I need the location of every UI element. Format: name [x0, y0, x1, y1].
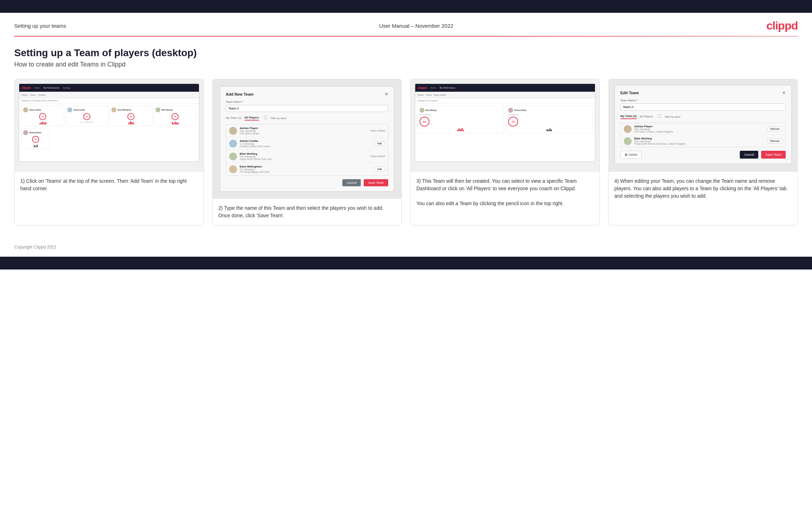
bar [462, 128, 463, 131]
edit-team-name-input[interactable] [621, 103, 786, 111]
modal-title: Add New Team [226, 92, 254, 96]
edit-tab-my-team[interactable]: My Team (2) [621, 114, 637, 119]
edit-player-list: Adrian Player Plus Handicap The Shire Lo… [621, 123, 786, 147]
card-1-logo: clippd [21, 86, 31, 90]
card-1-name-4: Blair McHarg [162, 109, 173, 111]
edit-player-sub1-1: Plus Handicap [634, 128, 765, 130]
edit-modal-tabs: My Team (2) All Players Filter by name [621, 113, 786, 120]
card-3: clippd Home My Performance Players Teams… [410, 79, 600, 225]
edit-player-info-2: Blair McHarg Plus Handicap Royal North D… [634, 137, 765, 145]
copyright-text: Copyright Clippd 2021 [14, 245, 57, 250]
edit-remove-btn-1[interactable]: Remove [768, 127, 782, 131]
edit-player-name-2: Blair McHarg [634, 137, 765, 140]
edit-avatar-1 [624, 125, 632, 133]
modal-player-info-4: Dave Billingham 5.9 Handicap The Dog Wag… [240, 165, 371, 173]
edit-player-item-1: Adrian Player Plus Handicap The Shire Lo… [621, 123, 786, 135]
card-3-nav-home: Home [431, 87, 436, 89]
bar [547, 129, 548, 131]
header-center-text: User Manual – November 2022 [379, 23, 453, 29]
modal-player-sub2-3: Royal North Devon Golf Club [240, 158, 368, 160]
modal-team-name-input[interactable] [226, 105, 389, 112]
card-1-sub-nav-players: Players [21, 94, 28, 96]
edit-tab-all-players[interactable]: All Players [639, 115, 653, 119]
edit-remove-btn-2[interactable]: Remove [768, 139, 782, 143]
bar [463, 130, 464, 131]
bar [459, 128, 460, 131]
bar [37, 145, 38, 147]
card-3-bars-2 [508, 128, 590, 131]
modal-player-name-3: Blair McHarg [240, 152, 368, 155]
modal-player-item-4: Dave Billingham 5.9 Handicap The Dog Wag… [226, 163, 388, 175]
edit-cancel-button[interactable]: Cancel [740, 151, 758, 159]
card-1-player-2: Adrian Coliba 0 Not enough data [65, 106, 108, 126]
modal-avatar-3 [229, 153, 237, 160]
edit-modal-header: Edit Team ✕ [621, 90, 786, 95]
card-1-player-4: Blair McHarg 78 [154, 106, 196, 126]
card-1-nav-home: Home [35, 87, 40, 89]
card-2: Add New Team ✕ Team Name * My Team (2) A… [212, 79, 402, 225]
clippd-logo: clippd [766, 19, 798, 32]
edit-player-sub2-1: The Shire London, United Kingdom [634, 130, 765, 133]
modal-player-sub1-1: Plus Handicap [240, 130, 368, 132]
card-1-nav-settings: Settings [63, 87, 71, 89]
card-1-score-3: 94 [127, 113, 135, 120]
bar [551, 129, 552, 131]
modal-avatar-2 [229, 140, 237, 148]
modal-add-btn-2[interactable]: Add [374, 141, 385, 146]
modal-player-sub1-4: 5.9 Handicap [240, 168, 371, 171]
card-1-player-1: Adrian Collins 84 [21, 106, 64, 126]
edit-filter-name-checkbox[interactable] [658, 114, 661, 118]
bar [35, 146, 36, 147]
card-3-score-2: 72 [508, 117, 518, 127]
card-1-name-3: Dave Billingham [117, 109, 131, 111]
card-3-sub-compare: Player Details [434, 94, 446, 96]
modal-player-sub1-3: Plus Handicap [240, 155, 368, 158]
card-1-bars-5 [23, 144, 48, 147]
card-3-nav-teams: My Performance [440, 87, 455, 89]
card-3-bars-1 [420, 128, 502, 131]
bottom-bar [0, 257, 812, 269]
modal-add-btn-4[interactable]: Add [374, 167, 385, 171]
card-1-bars-4 [155, 121, 195, 124]
cards-row: clippd Home My Performance Settings Play… [14, 79, 798, 225]
card-1-screenshot: clippd Home My Performance Settings Play… [15, 79, 204, 172]
modal-player-item-3: Blair McHarg Plus Handicap Royal North D… [226, 150, 388, 163]
card-3-avatar-2 [508, 108, 513, 113]
add-team-modal: Add New Team ✕ Team Name * My Team (2) A… [220, 86, 395, 192]
filter-by-name-checkbox[interactable] [264, 116, 267, 119]
edit-modal-close-icon[interactable]: ✕ [782, 90, 786, 95]
modal-tab-my-team[interactable]: My Team (2) [226, 116, 242, 120]
modal-player-sub2-1: The Shire London [240, 132, 368, 135]
page-title: Setting up a Team of players (desktop) [14, 47, 798, 59]
card-1-player-5: Richard Butler 72 [21, 128, 50, 149]
edit-delete-button[interactable]: 🗑 Delete [621, 151, 642, 159]
modal-player-name-4: Dave Billingham [240, 165, 371, 168]
card-1-sub-nav: Players Teams Compare [19, 92, 199, 98]
modal-close-icon[interactable]: ✕ [385, 92, 388, 97]
card-3-sub-2: 3.2 Handicap [508, 113, 590, 116]
modal-player-sub2-4: The Dog Waging Golf Club [240, 171, 371, 173]
edit-team-name-label: Team Name * [621, 99, 786, 102]
modal-player-info-2: Adrian Coliba 1.5 Handicap Central Londo… [240, 139, 371, 148]
card-1-bars-1 [23, 121, 62, 124]
card-3-description: 3) This Team will then be created. You c… [411, 172, 600, 225]
card-3-app-mock: clippd Home My Performance Players Teams… [415, 84, 595, 162]
card-3-logo: clippd [417, 86, 427, 90]
bar [130, 121, 131, 124]
modal-tab-all-players[interactable]: All Players [244, 116, 259, 121]
bar [131, 122, 132, 124]
edit-avatar-2 [624, 137, 632, 145]
modal-cancel-button-2[interactable]: Cancel [342, 179, 361, 186]
modal-player-sub2-2: Central London Golf Centre [240, 145, 371, 148]
bar [548, 130, 549, 131]
modal-player-info-3: Blair McHarg Plus Handicap Royal North D… [240, 152, 368, 160]
modal-save-button-2[interactable]: Save Team [364, 179, 388, 186]
modal-player-item-1: Adrian Player Plus Handicap The Shire Lo… [226, 124, 388, 137]
modal-footer-2: Cancel Save Team [226, 179, 389, 186]
edit-save-button[interactable]: Save Team [761, 151, 786, 159]
edit-team-modal: Edit Team ✕ Team Name * My Team (2) All … [615, 85, 792, 164]
modal-tabs: My Team (2) All Players Filter by name [226, 115, 389, 121]
modal-player-name-2: Adrian Coliba [240, 139, 371, 143]
edit-player-item-2: Blair McHarg Plus Handicap Royal North D… [621, 135, 786, 147]
card-3-sub-nav: Players Teams Player Details [415, 92, 595, 98]
